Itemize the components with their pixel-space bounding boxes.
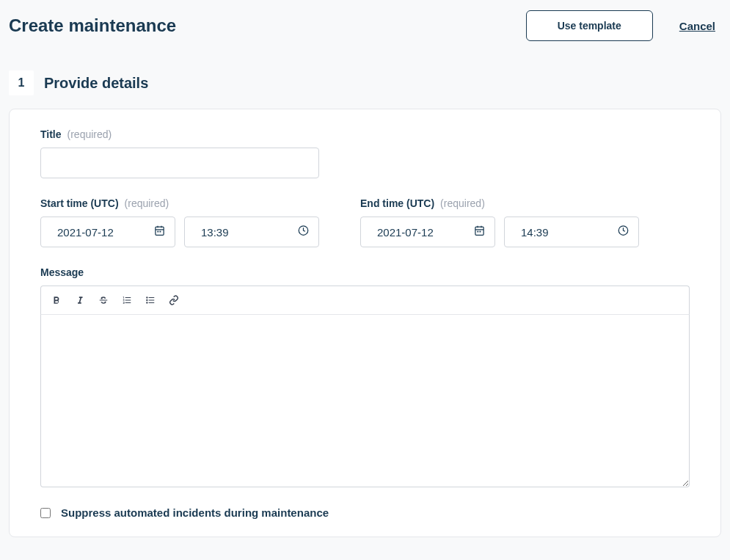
link-button[interactable] <box>167 294 180 307</box>
italic-button[interactable] <box>73 294 87 307</box>
step-number-badge: 1 <box>9 70 34 95</box>
title-input[interactable] <box>40 148 319 178</box>
bold-button[interactable] <box>50 294 63 307</box>
use-template-button[interactable]: Use template <box>526 10 653 41</box>
ordered-list-button[interactable] <box>120 294 134 307</box>
end-time-label: End time (UTC) <box>360 197 434 209</box>
svg-point-16 <box>146 302 147 303</box>
end-time-input[interactable] <box>504 217 639 247</box>
step-title: Provide details <box>44 75 148 92</box>
editor-toolbar <box>40 286 690 315</box>
page-title: Create maintenance <box>9 15 176 36</box>
message-label: Message <box>40 266 84 278</box>
start-time-label: Start time (UTC) <box>40 197 119 209</box>
start-time-required-hint: (required) <box>125 197 169 209</box>
strikethrough-button[interactable] <box>97 294 110 307</box>
title-label: Title <box>40 128 62 140</box>
title-required-hint: (required) <box>67 128 112 140</box>
suppress-checkbox[interactable] <box>40 508 51 518</box>
start-date-input[interactable] <box>40 217 175 247</box>
step-header: 1 Provide details <box>0 51 730 109</box>
form-card: Title (required) Start time (UTC) (requi… <box>9 109 721 537</box>
cancel-link[interactable]: Cancel <box>679 20 715 32</box>
end-time-required-hint: (required) <box>440 197 485 209</box>
end-date-input[interactable] <box>360 217 495 247</box>
svg-point-15 <box>146 299 147 301</box>
message-textarea[interactable] <box>40 315 690 487</box>
suppress-label[interactable]: Suppress automated incidents during main… <box>61 506 329 519</box>
svg-point-14 <box>146 297 147 298</box>
start-time-input[interactable] <box>184 217 319 247</box>
unordered-list-button[interactable] <box>144 294 157 307</box>
